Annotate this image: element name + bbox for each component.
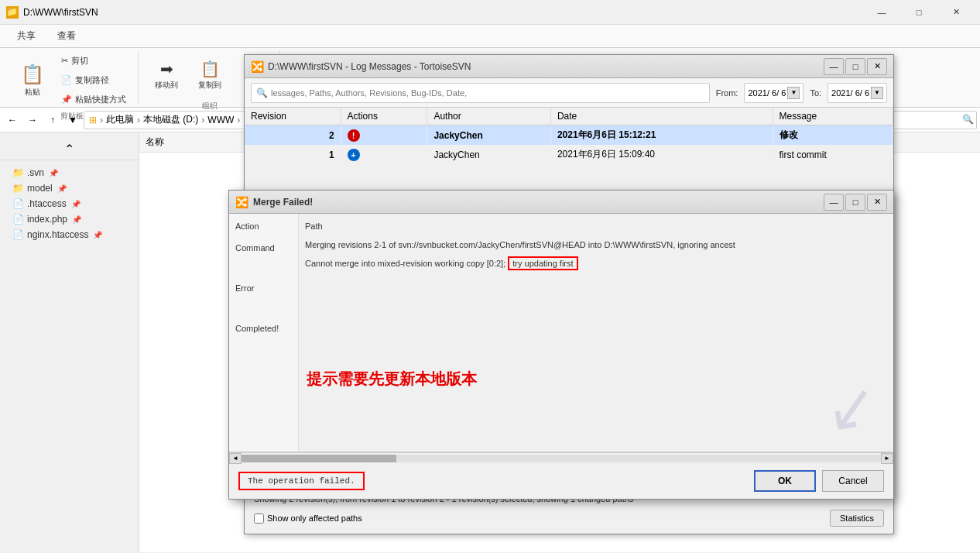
paste-label: 粘贴: [25, 87, 40, 98]
paste-shortcut-icon: 📌: [61, 94, 72, 105]
ok-button[interactable]: OK: [754, 470, 816, 492]
error-prefix: Cannot merge into mixed-revision working…: [305, 259, 505, 268]
pin-icon-2: 📌: [71, 200, 81, 208]
col-header-revision: Revision: [245, 108, 341, 125]
cut-button[interactable]: ✂ 剪切: [56, 53, 132, 69]
sidebar: ⌃ 📁 .svn 📌 📁 model 📌 📄 .htaccess 📌: [0, 132, 139, 552]
log-search-input[interactable]: [271, 88, 704, 98]
table-row[interactable]: 1 + JackyChen 2021年6月6日 15:09:40 first c…: [245, 145, 893, 164]
message-2: 修改: [773, 125, 893, 146]
from-date-dropdown-btn[interactable]: ▼: [787, 87, 800, 99]
back-button[interactable]: ←: [3, 111, 22, 129]
cancel-button[interactable]: Cancel: [822, 470, 884, 492]
folder-icon-svn: 📁: [12, 167, 24, 178]
clipboard-small-btns: ✂ 剪切 📄 复制路径 📌 粘贴快捷方式: [56, 53, 132, 108]
merge-close-btn[interactable]: ✕: [867, 194, 887, 211]
sidebar-label-index: index.php: [27, 214, 67, 225]
merge-labels-column: Action Command Error Completed!: [229, 214, 299, 452]
scroll-left-btn[interactable]: ◄: [229, 453, 242, 464]
col-header-actions: Actions: [341, 108, 427, 125]
log-minimize-btn[interactable]: —: [824, 58, 844, 75]
merge-minimize-btn[interactable]: —: [824, 194, 844, 211]
breadcrumb-label-0[interactable]: 此电脑: [106, 113, 134, 126]
up-button[interactable]: ↑: [43, 111, 62, 129]
ribbon-tabs: 共享 查看: [0, 25, 980, 48]
breadcrumb-label-2[interactable]: WWW: [207, 115, 234, 125]
sidebar-label-nginx: nginx.htaccess: [27, 229, 88, 240]
from-date-input[interactable]: 2021/ 6/ 6 ▼: [744, 83, 804, 103]
paste-icon: 📋: [21, 64, 44, 85]
col-header-date: Date: [550, 108, 773, 125]
date-2: 2021年6月6日 15:12:21: [550, 125, 773, 146]
table-row[interactable]: 2 ! JackyChen 2021年6月6日 15:12:21 修改: [245, 125, 893, 146]
copy-button[interactable]: 📋 复制到: [190, 53, 230, 98]
log-table-header-row: Revision Actions Author Date Message: [245, 108, 893, 125]
sidebar-item-index[interactable]: 📄 index.php 📌: [0, 211, 139, 227]
statistics-button[interactable]: Statistics: [830, 510, 884, 527]
scroll-thumb[interactable]: [242, 455, 396, 462]
log-title-icon: 🔀: [251, 60, 263, 73]
search-icon: 🔍: [962, 114, 974, 125]
merge-title-controls: — □ ✕: [824, 194, 887, 211]
pin-icon-1: 📌: [57, 184, 67, 193]
ribbon-group-clipboard: 📋 粘贴 ✂ 剪切 📄 复制路径 📌: [6, 51, 139, 104]
sidebar-item-svn[interactable]: 📁 .svn 📌: [0, 165, 139, 180]
action-cell-2: !: [341, 125, 427, 146]
merge-buttons: OK Cancel: [754, 470, 884, 492]
log-table: Revision Actions Author Date Message 2 !…: [245, 108, 893, 164]
show-only-affected-checkbox[interactable]: [254, 514, 264, 524]
merge-dialog: 🔀 Merge Failed! — □ ✕ Action Command Err…: [228, 190, 894, 500]
log-titlebar: 🔀 D:\WWW\firstSVN - Log Messages - Torto…: [245, 55, 893, 78]
action-cell-1: +: [341, 145, 427, 164]
to-date-input[interactable]: 2021/ 6/ 6 ▼: [828, 83, 887, 103]
log-close-btn[interactable]: ✕: [867, 58, 887, 75]
merge-watermark-icon: ↙: [820, 368, 883, 448]
copy-path-button[interactable]: 📄 复制路径: [56, 72, 132, 88]
to-date-dropdown-btn[interactable]: ▼: [871, 87, 883, 99]
to-label: To:: [810, 88, 821, 98]
log-search-container: 🔍: [251, 83, 710, 103]
recent-button[interactable]: ▼: [63, 111, 82, 129]
pin-icon-3: 📌: [72, 215, 81, 224]
action-value: Path: [305, 220, 887, 232]
paste-button[interactable]: 📋 粘贴: [12, 58, 53, 103]
copy-icon: 📋: [200, 60, 220, 78]
explorer-close-btn[interactable]: ✕: [938, 0, 974, 25]
error-highlight: try updating first: [508, 256, 577, 270]
command-value: Merging revisions 2-1 of svn://svnbucket…: [305, 239, 887, 251]
explorer-minimize-btn[interactable]: —: [864, 0, 899, 25]
scroll-right-btn[interactable]: ►: [881, 453, 893, 464]
action-error-icon: !: [348, 129, 360, 142]
sidebar-item-model[interactable]: 📁 model 📌: [0, 180, 139, 196]
sidebar-collapse-btn[interactable]: ⌃: [64, 142, 74, 156]
ribbon-paste-area: 📋 粘贴 ✂ 剪切 📄 复制路径 📌: [12, 53, 132, 108]
forward-button[interactable]: →: [23, 111, 42, 129]
explorer-titlebar: 📁 D:\WWW\firstSVN — □ ✕: [0, 0, 980, 25]
operation-failed-text: The operation failed.: [248, 476, 355, 486]
scroll-track: [242, 455, 881, 462]
explorer-folder-icon: 📁: [6, 6, 19, 19]
explorer-maximize-btn[interactable]: □: [901, 0, 937, 25]
breadcrumb-label-1[interactable]: 本地磁盘 (D:): [143, 113, 198, 126]
to-date-value: 2021/ 6/ 6: [831, 88, 869, 98]
log-search-icon: 🔍: [256, 88, 268, 98]
log-maximize-btn[interactable]: □: [845, 58, 865, 75]
sidebar-item-nginx[interactable]: 📄 nginx.htaccess 📌: [0, 227, 139, 242]
message-1: first commit: [773, 145, 893, 164]
pin-icon-4: 📌: [93, 231, 102, 239]
sidebar-label-htaccess: .htaccess: [27, 198, 67, 209]
merge-maximize-btn[interactable]: □: [845, 194, 865, 211]
ribbon-tab-share[interactable]: 共享: [6, 25, 46, 47]
copy-path-icon: 📄: [61, 75, 72, 85]
sidebar-label-model: model: [27, 183, 53, 194]
log-bottom-bar: Show only affected paths Statistics: [245, 507, 893, 530]
action-label: Action: [235, 220, 292, 232]
merge-annotation: 提示需要先更新本地版本: [307, 369, 477, 390]
revision-2: 2: [245, 125, 341, 146]
move-button[interactable]: ➡ 移动到: [146, 53, 187, 98]
sidebar-item-htaccess[interactable]: 📄 .htaccess 📌: [0, 196, 139, 211]
paste-shortcut-button[interactable]: 📌 粘贴快捷方式: [56, 91, 132, 108]
col-header-author: Author: [427, 108, 551, 125]
from-label: From:: [716, 88, 738, 98]
ribbon-tab-view[interactable]: 查看: [46, 25, 87, 47]
